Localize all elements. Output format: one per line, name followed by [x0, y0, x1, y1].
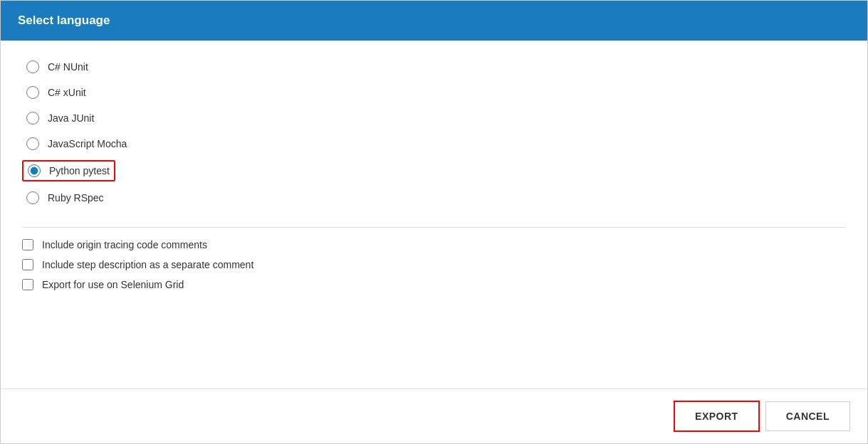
checkbox-origin-tracing[interactable]	[22, 239, 33, 250]
checkbox-item-origin-tracing[interactable]: Include origin tracing code comments	[22, 239, 846, 250]
dialog-title: Select language	[18, 14, 110, 27]
section-divider	[22, 227, 846, 228]
dialog-body: C# NUnit C# xUnit Java JUnit JavaScript …	[1, 41, 867, 388]
select-language-dialog: Select language C# NUnit C# xUnit Java J…	[0, 0, 868, 444]
radio-item-csharp-xunit[interactable]: C# xUnit	[22, 83, 846, 102]
options-checkbox-group: Include origin tracing code comments Inc…	[22, 239, 846, 290]
radio-label-ruby-rspec: Ruby RSpec	[48, 192, 104, 204]
radio-label-javascript-mocha: JavaScript Mocha	[48, 138, 127, 149]
radio-java-junit[interactable]	[26, 112, 39, 125]
radio-item-ruby-rspec[interactable]: Ruby RSpec	[22, 189, 846, 207]
radio-label-csharp-nunit: C# NUnit	[48, 61, 88, 73]
checkbox-label-selenium-grid: Export for use on Selenium Grid	[42, 279, 184, 290]
radio-ruby-rspec[interactable]	[26, 191, 39, 204]
export-button[interactable]: EXPORT	[674, 401, 760, 432]
cancel-button[interactable]: CANCEL	[765, 401, 850, 431]
radio-label-java-junit: Java JUnit	[48, 112, 94, 124]
radio-javascript-mocha[interactable]	[26, 137, 39, 150]
checkbox-step-description[interactable]	[22, 259, 33, 270]
checkbox-label-origin-tracing: Include origin tracing code comments	[42, 239, 207, 250]
radio-item-csharp-nunit[interactable]: C# NUnit	[22, 58, 846, 76]
language-radio-group: C# NUnit C# xUnit Java JUnit JavaScript …	[22, 58, 846, 207]
radio-item-python-pytest[interactable]: Python pytest	[22, 160, 115, 181]
checkbox-item-step-description[interactable]: Include step description as a separate c…	[22, 259, 846, 270]
radio-csharp-xunit[interactable]	[26, 86, 39, 99]
radio-python-pytest[interactable]	[28, 164, 41, 177]
radio-item-javascript-mocha[interactable]: JavaScript Mocha	[22, 134, 846, 153]
checkbox-item-selenium-grid[interactable]: Export for use on Selenium Grid	[22, 279, 846, 290]
radio-label-csharp-xunit: C# xUnit	[48, 87, 86, 98]
radio-label-python-pytest: Python pytest	[49, 165, 110, 176]
dialog-footer: EXPORT CANCEL	[1, 388, 867, 443]
checkbox-selenium-grid[interactable]	[22, 279, 33, 290]
checkbox-label-step-description: Include step description as a separate c…	[42, 259, 253, 270]
radio-csharp-nunit[interactable]	[26, 60, 39, 73]
radio-item-java-junit[interactable]: Java JUnit	[22, 109, 846, 127]
dialog-header: Select language	[1, 1, 867, 41]
